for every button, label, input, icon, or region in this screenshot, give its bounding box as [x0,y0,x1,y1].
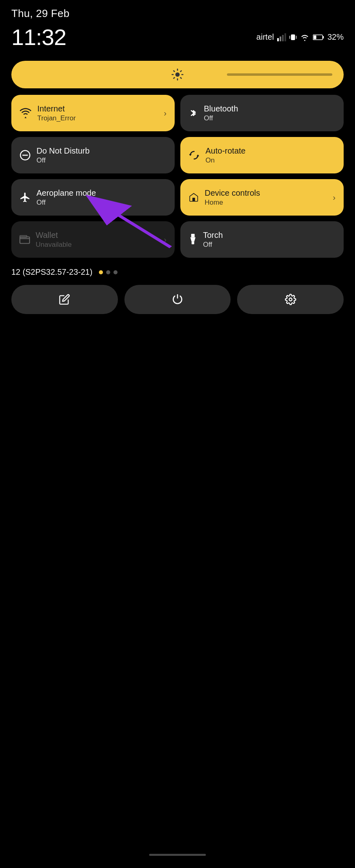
dnd-tile-text: Do Not Disturb Off [36,146,90,165]
status-time: 11:32 [11,24,66,50]
dot-2 [106,270,110,274]
bluetooth-subtitle: Off [204,114,238,122]
brightness-track[interactable] [227,73,332,76]
device-controls-text: Device controls Home [205,188,260,207]
status-date: Thu, 29 Feb [11,7,344,20]
status-bar: Thu, 29 Feb 11:32 airtel [0,0,355,53]
wallet-title: Wallet [36,230,72,240]
dnd-title: Do Not Disturb [36,146,90,156]
bottom-section: 12 (S2PS32.57-23-21) [11,267,344,314]
auto-rotate-title: Auto-rotate [205,146,246,156]
status-row: 11:32 airtel [11,24,344,50]
wallet-tile-text: Wallet Unavailable [36,230,72,249]
page-indicator: 12 (S2PS32.57-23-21) [11,267,344,277]
wallet-icon [19,235,30,244]
home-icon [188,192,199,203]
device-controls-title: Device controls [205,188,260,198]
torch-tile-text: Torch Off [203,230,223,249]
svg-rect-5 [289,36,290,39]
device-controls-chevron: › [333,193,336,202]
svg-point-21 [289,298,292,301]
svg-rect-4 [291,34,295,40]
battery-icon [313,34,324,41]
home-indicator [149,854,206,856]
dnd-subtitle: Off [36,156,90,165]
settings-button[interactable] [237,285,344,314]
settings-icon [285,294,296,305]
svg-marker-17 [190,237,196,242]
internet-title: Internet [37,104,76,113]
svg-rect-14 [20,237,30,244]
pencil-icon [59,294,70,305]
wifi-icon [19,107,32,119]
svg-rect-16 [191,234,195,237]
bluetooth-icon [188,107,198,119]
wallet-chevron: › [164,235,167,244]
brightness-slider[interactable] [11,61,344,88]
svg-rect-1 [280,36,281,41]
dnd-tile[interactable]: Do Not Disturb Off [11,137,175,173]
carrier-label: airtel [257,32,274,42]
bluetooth-title: Bluetooth [204,104,238,113]
internet-subtitle: Trojan_Error [37,114,76,122]
auto-rotate-tile-text: Auto-rotate On [205,146,246,165]
aeroplane-tile[interactable]: Aeroplane mode Off [11,179,175,216]
bluetooth-tile[interactable]: Bluetooth Off [180,95,344,131]
action-buttons [11,285,344,314]
signal-icon [277,33,286,41]
wallet-subtitle: Unavailable [36,241,72,249]
auto-rotate-tile[interactable]: Auto-rotate On [180,137,344,173]
wallet-tile[interactable]: Wallet Unavailable › [11,221,175,258]
wifi-status-icon [300,33,310,41]
dot-1 [99,270,103,274]
torch-subtitle: Off [203,241,223,249]
internet-tile-text: Internet Trojan_Error [37,104,76,122]
torch-title: Torch [203,230,223,240]
svg-rect-6 [296,36,297,39]
aeroplane-title: Aeroplane mode [36,188,96,198]
vibrate-icon [289,33,297,41]
page-label: 12 (S2PS32.57-23-21) [11,267,92,277]
svg-rect-8 [323,36,324,38]
status-icons: airtel [257,32,344,42]
svg-rect-9 [313,35,316,39]
power-icon [172,294,183,305]
svg-point-10 [175,73,180,77]
battery-label: 32% [327,32,344,42]
svg-rect-15 [20,235,27,237]
plane-icon [19,192,31,203]
svg-rect-18 [192,242,194,244]
aeroplane-subtitle: Off [36,199,96,207]
page-dots [99,270,118,274]
edit-button[interactable] [11,285,118,314]
dot-3 [113,270,118,274]
internet-tile[interactable]: Internet Trojan_Error › [11,95,175,131]
aeroplane-tile-text: Aeroplane mode Off [36,188,96,207]
svg-rect-3 [284,33,286,41]
auto-rotate-subtitle: On [205,156,246,165]
svg-rect-0 [277,38,279,41]
brightness-icon [171,68,184,81]
torch-icon [188,234,197,245]
device-controls-tile[interactable]: Device controls Home › [180,179,344,216]
device-controls-subtitle: Home [205,199,260,207]
torch-tile[interactable]: Torch Off [180,221,344,258]
dnd-icon [19,150,31,161]
rotate-icon [188,150,200,161]
power-button[interactable] [124,285,231,314]
svg-rect-2 [282,35,284,41]
bluetooth-tile-text: Bluetooth Off [204,104,238,122]
svg-rect-13 [192,198,195,201]
internet-chevron: › [164,109,167,118]
quick-tiles-grid: Internet Trojan_Error › Bluetooth Off Do… [11,95,344,258]
